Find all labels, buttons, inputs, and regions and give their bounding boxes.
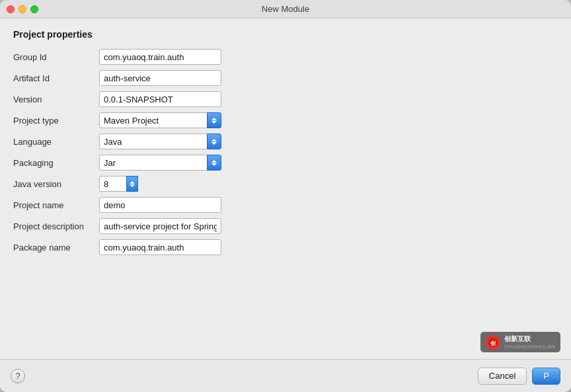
chevron-up-icon [211,139,217,141]
svg-text:创: 创 [490,340,496,346]
watermark-logo-icon: 创 [488,337,498,348]
java-version-label: Java version [13,179,99,189]
watermark-line1: 创新互联 [504,334,555,344]
cancel-button[interactable]: Cancel [478,368,527,385]
artifact-id-label: Artifact Id [13,73,99,83]
language-dropdown-button[interactable] [207,134,221,149]
project-name-label: Project name [13,200,99,210]
chevron-up-icon [130,181,135,184]
maximize-button[interactable] [30,5,38,13]
project-description-label: Project description [13,221,99,231]
project-type-dropdown-button[interactable] [207,112,221,128]
project-type-label: Project type [13,116,99,126]
footer-right: Cancel P [478,368,560,385]
title-bar: New Module [0,0,571,19]
watermark-icon: 创 [486,335,500,350]
java-version-input[interactable] [99,176,127,192]
section-title: Project properties [13,29,558,40]
project-type-input[interactable] [99,112,208,128]
close-button[interactable] [7,5,15,13]
minimize-button[interactable] [19,5,26,13]
language-wrapper [99,134,221,149]
chevron-down-icon [211,142,217,145]
packaging-dropdown-button[interactable] [207,155,221,171]
traffic-lights [7,5,38,13]
chevron-down-icon [211,163,217,166]
stepper-up-button[interactable] [126,176,138,192]
packaging-label: Packaging [13,158,99,168]
window-title: New Module [262,4,309,14]
java-version-wrapper [99,176,221,192]
language-label: Language [13,137,99,147]
project-type-wrapper [99,112,221,128]
group-id-label: Group Id [13,52,99,62]
watermark: 创 创新互联 CHUANGXINHULIAN [480,332,560,352]
version-label: Version [13,95,99,104]
form-grid: Group Id Artifact Id Version Project typ… [13,49,291,255]
chevron-up-icon [211,118,217,120]
main-window: New Module Project properties Group Id A… [0,0,571,392]
chevron-up-icon [211,160,217,163]
watermark-line2: CHUANGXINHULIAN [504,344,555,350]
chevron-down-icon [130,184,135,187]
help-button[interactable]: ? [11,369,25,383]
chevron-down-icon [211,121,217,124]
package-name-input[interactable] [99,239,221,255]
watermark-text: 创新互联 CHUANGXINHULIAN [504,334,555,350]
package-name-label: Package name [13,243,99,253]
packaging-wrapper [99,155,221,171]
group-id-input[interactable] [99,49,221,65]
next-button[interactable]: P [532,368,560,385]
language-input[interactable] [99,134,208,149]
project-name-input[interactable] [99,197,221,213]
footer: ? Cancel P [0,359,571,392]
packaging-input[interactable] [99,155,208,171]
artifact-id-input[interactable] [99,70,221,86]
project-description-input[interactable] [99,218,221,234]
version-input[interactable] [99,91,221,107]
